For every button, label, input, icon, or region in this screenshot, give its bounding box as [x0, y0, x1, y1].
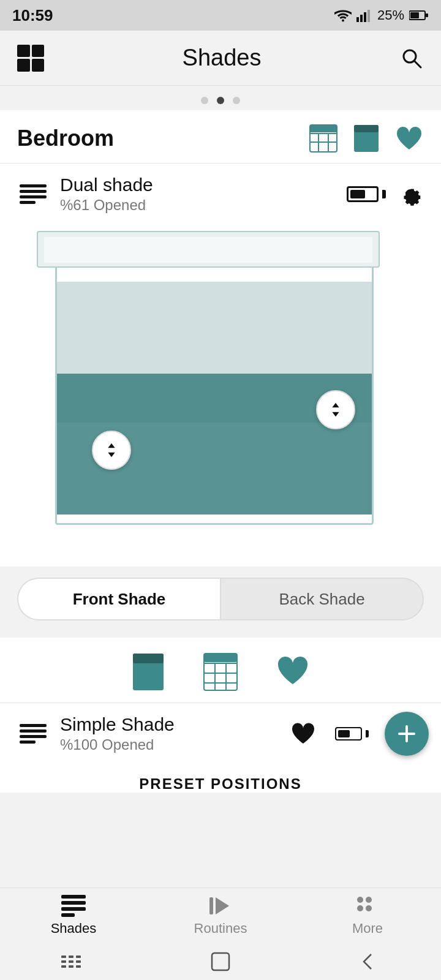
svg-rect-49: [76, 960, 81, 963]
app-title: Shades: [183, 45, 262, 71]
simple-shade-heart-icon: [290, 720, 317, 747]
bedroom-grid-button[interactable]: [309, 124, 338, 153]
gear-icon: [397, 181, 424, 208]
section2-single-shade-icon: [130, 652, 166, 692]
search-button[interactable]: [399, 46, 424, 70]
front-shade-button[interactable]: Front Shade: [17, 578, 221, 620]
home-circle-icon: [209, 951, 232, 973]
shade-rail-inner: [44, 237, 372, 263]
system-nav-back[interactable]: [58, 952, 89, 971]
dual-shade-status: %61 Opened: [60, 197, 336, 214]
bedroom-favorite-button[interactable]: [394, 124, 424, 153]
svg-rect-14: [310, 125, 337, 132]
svg-rect-43: [61, 960, 66, 963]
shade-visual-area: [49, 231, 392, 549]
battery-icon: [409, 10, 429, 21]
up-down-arrow-icon: [326, 401, 345, 419]
search-icon: [399, 46, 424, 70]
svg-rect-35: [61, 913, 75, 917]
svg-rect-47: [69, 965, 74, 968]
add-button[interactable]: [385, 712, 429, 756]
nav-routines-icon: [208, 895, 233, 917]
chevron-left-icon: [359, 951, 376, 973]
svg-rect-32: [61, 895, 86, 899]
back-shade-control-button[interactable]: [316, 390, 355, 429]
app-bar: Shades: [0, 31, 441, 86]
bedroom-single-button[interactable]: [352, 124, 381, 153]
dual-shade-settings-button[interactable]: [397, 181, 424, 208]
svg-rect-44: [61, 965, 66, 968]
three-lines-icon: [61, 953, 86, 970]
front-shade-control-button[interactable]: [92, 431, 131, 470]
svg-point-41: [366, 905, 372, 911]
system-nav: [0, 943, 441, 980]
svg-marker-18: [332, 412, 339, 417]
bedroom-actions: [309, 124, 424, 153]
svg-rect-51: [212, 953, 229, 970]
svg-rect-45: [69, 956, 74, 958]
dual-shade-info: Dual shade %61 Opened: [60, 175, 336, 214]
status-icons: 25%: [334, 7, 429, 23]
wifi-icon: [334, 9, 352, 22]
simple-shade-row: Simple Shade %100 Opened: [0, 703, 441, 764]
grid-menu-button[interactable]: [17, 45, 44, 72]
preset-positions-title: PRESET POSITIONS: [139, 775, 301, 792]
nav-more-label: More: [352, 921, 383, 937]
system-nav-home[interactable]: [205, 952, 236, 971]
svg-rect-1: [360, 15, 363, 22]
section2-single-icon-button[interactable]: [130, 652, 166, 692]
nav-routines[interactable]: Routines: [147, 895, 294, 937]
svg-rect-37: [209, 897, 213, 914]
svg-rect-22: [133, 654, 164, 663]
status-bar: 10:59 25%: [0, 0, 441, 31]
svg-marker-20: [108, 453, 115, 458]
shade-grid-icon: [309, 124, 338, 153]
battery-percentage: 25%: [377, 7, 404, 23]
plus-icon: [396, 723, 418, 745]
svg-marker-17: [332, 403, 339, 408]
simple-shade-info: Simple Shade %100 Opened: [60, 714, 279, 753]
svg-rect-0: [356, 17, 359, 22]
nav-items: Shades Routines More: [0, 888, 441, 943]
nav-more-icon: [355, 895, 380, 917]
nav-shades-label: Shades: [51, 921, 97, 937]
svg-rect-29: [204, 654, 237, 662]
dual-shade-name: Dual shade: [60, 175, 336, 195]
svg-line-8: [414, 61, 421, 67]
svg-marker-19: [108, 443, 115, 448]
bedroom-title: Bedroom: [17, 126, 114, 151]
dual-shade-battery: [347, 186, 386, 202]
bedroom-header: Bedroom: [0, 110, 441, 163]
status-time: 10:59: [12, 6, 53, 25]
up-down-arrow-icon-2: [102, 441, 121, 459]
section2-icons: [0, 638, 441, 703]
page-dot-3: [233, 97, 240, 104]
simple-shade-name: Simple Shade: [60, 714, 279, 735]
second-section: Simple Shade %100 Opened PRESET POSITION…: [0, 638, 441, 793]
section2-favorite-button[interactable]: [275, 652, 311, 692]
dual-shade-icon: [17, 179, 49, 209]
svg-rect-48: [76, 956, 81, 958]
svg-rect-5: [410, 12, 419, 18]
svg-rect-34: [61, 907, 86, 911]
svg-rect-3: [368, 10, 370, 22]
simple-shade-list-icon: [17, 719, 49, 748]
shade-toggle-container: Front Shade Back Shade: [0, 567, 441, 631]
system-nav-forward[interactable]: [352, 952, 383, 971]
page-indicators: [0, 86, 441, 110]
simple-shade-favorite-button[interactable]: [290, 720, 317, 747]
nav-more[interactable]: More: [294, 895, 441, 937]
nav-shades[interactable]: Shades: [0, 895, 147, 937]
page-dot-2: [217, 97, 224, 104]
svg-point-38: [357, 897, 363, 903]
dual-shade-row: Dual shade %61 Opened: [0, 163, 441, 225]
back-shade-button[interactable]: Back Shade: [221, 578, 424, 620]
shade-rail: [37, 231, 380, 268]
svg-rect-33: [61, 901, 86, 905]
section2-heart-icon: [275, 652, 311, 692]
svg-rect-46: [69, 960, 74, 963]
section2-grid-icon-button[interactable]: [203, 652, 238, 692]
nav-routines-label: Routines: [194, 921, 247, 937]
section2-grid-shade-icon: [203, 652, 238, 692]
dual-shade-controls: [347, 181, 424, 208]
